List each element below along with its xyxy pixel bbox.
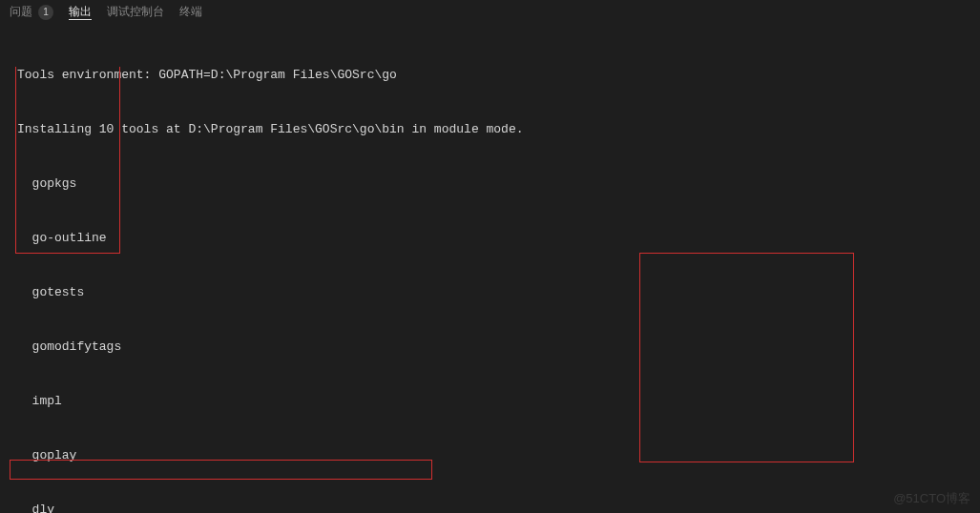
tab-debug-label: 调试控制台 [107, 4, 164, 20]
tab-output[interactable]: 输出 [69, 4, 92, 20]
output-panel[interactable]: Tools environment: GOPATH=D:\Program Fil… [0, 26, 980, 513]
problems-badge: 1 [38, 5, 53, 20]
output-line: gomodifytags [17, 338, 963, 356]
output-line: Installing 10 tools at D:\Program Files\… [17, 120, 963, 138]
tab-terminal-label: 终端 [179, 4, 202, 20]
tab-problems[interactable]: 问题 1 [10, 4, 53, 20]
tab-output-label: 输出 [69, 4, 92, 20]
watermark: @51CTO博客 [893, 490, 970, 507]
output-line: Tools environment: GOPATH=D:\Program Fil… [17, 66, 963, 84]
output-line: dlv [17, 501, 963, 513]
panel-tabs: 问题 1 输出 调试控制台 终端 [0, 0, 980, 26]
output-line: go-outline [17, 229, 963, 247]
output-line: impl [17, 392, 963, 410]
output-line: gotests [17, 283, 963, 301]
tab-problems-label: 问题 [10, 4, 32, 20]
output-line: gopkgs [17, 174, 963, 193]
tab-debug-console[interactable]: 调试控制台 [107, 4, 164, 20]
tab-terminal[interactable]: 终端 [179, 4, 202, 20]
output-line: goplay [17, 446, 963, 464]
